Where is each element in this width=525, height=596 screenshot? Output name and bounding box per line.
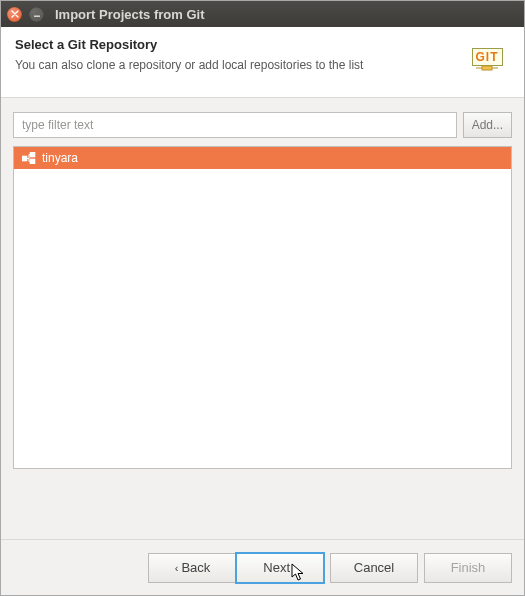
- chevron-right-icon: ›: [293, 562, 297, 574]
- finish-label: Finish: [451, 560, 486, 575]
- wizard-header: Select a Git Repository You can also clo…: [1, 27, 524, 98]
- chevron-left-icon: ‹: [175, 562, 179, 574]
- svg-rect-1: [482, 66, 492, 70]
- back-button[interactable]: ‹ Back: [148, 553, 236, 583]
- next-button[interactable]: Next ›: [236, 553, 324, 583]
- titlebar: Import Projects from Git: [1, 1, 524, 27]
- next-label: Next: [263, 560, 290, 575]
- repository-icon: [22, 152, 36, 164]
- finish-button: Finish: [424, 553, 512, 583]
- window-title: Import Projects from Git: [55, 7, 205, 22]
- svg-rect-0: [34, 16, 40, 17]
- back-label: Back: [181, 560, 210, 575]
- git-logo-icon: GIT: [464, 37, 510, 83]
- svg-rect-5: [30, 152, 35, 157]
- page-title: Select a Git Repository: [15, 37, 363, 52]
- cancel-label: Cancel: [354, 560, 394, 575]
- page-subtitle: You can also clone a repository or add l…: [15, 58, 363, 72]
- close-icon[interactable]: [7, 7, 22, 22]
- wizard-footer: ‹ Back Next › Cancel Finish: [1, 539, 524, 595]
- list-item[interactable]: tinyara: [14, 147, 511, 169]
- dialog-window: Import Projects from Git Select a Git Re…: [0, 0, 525, 596]
- cancel-button[interactable]: Cancel: [330, 553, 418, 583]
- wizard-body: Add... tinyara: [1, 98, 524, 539]
- add-button[interactable]: Add...: [463, 112, 512, 138]
- svg-rect-6: [30, 159, 35, 164]
- minimize-icon[interactable]: [29, 7, 44, 22]
- filter-row: Add...: [13, 112, 512, 138]
- wizard-header-text: Select a Git Repository You can also clo…: [15, 37, 363, 72]
- body-spacer: [13, 469, 512, 539]
- back-next-group: ‹ Back Next ›: [148, 553, 324, 583]
- svg-rect-4: [22, 156, 27, 161]
- list-item-label: tinyara: [42, 151, 78, 165]
- filter-input[interactable]: [13, 112, 457, 138]
- repository-list[interactable]: tinyara: [13, 146, 512, 469]
